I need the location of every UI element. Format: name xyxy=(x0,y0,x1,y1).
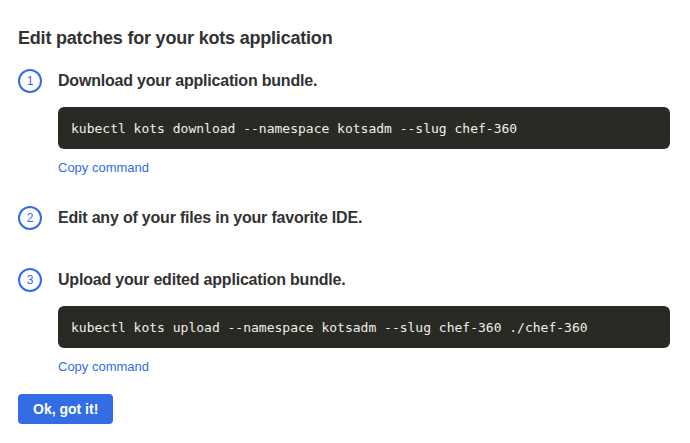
edit-patches-panel: Edit patches for your kots application 1… xyxy=(0,0,690,443)
step-upload: 3 Upload your edited application bundle.… xyxy=(18,268,670,375)
step-1-heading: Download your application bundle. xyxy=(58,70,670,92)
step-3-content: kubectl kots upload --namespace kotsadm … xyxy=(58,292,670,375)
page-title: Edit patches for your kots application xyxy=(18,27,670,49)
step-3-number-badge: 3 xyxy=(18,268,42,292)
step-2-heading: Edit any of your files in your favorite … xyxy=(58,207,670,229)
step-1-number-badge: 1 xyxy=(18,69,42,93)
copy-upload-command-link[interactable]: Copy command xyxy=(58,359,149,374)
step-3-number: 3 xyxy=(27,273,34,287)
step-2-number-badge: 2 xyxy=(18,206,42,230)
step-2-number: 2 xyxy=(27,211,34,225)
step-download: 1 Download your application bundle. kube… xyxy=(18,69,670,176)
copy-download-command-link[interactable]: Copy command xyxy=(58,160,149,175)
step-3-heading: Upload your edited application bundle. xyxy=(58,269,670,291)
upload-command-codeblock: kubectl kots upload --namespace kotsadm … xyxy=(58,306,670,348)
upload-command-text: kubectl kots upload --namespace kotsadm … xyxy=(71,320,588,335)
step-edit: 2 Edit any of your files in your favorit… xyxy=(18,206,670,230)
download-command-text: kubectl kots download --namespace kotsad… xyxy=(71,121,517,136)
step-1-number: 1 xyxy=(27,74,34,88)
ok-got-it-button[interactable]: Ok, got it! xyxy=(18,394,113,424)
step-1-content: kubectl kots download --namespace kotsad… xyxy=(58,93,670,176)
download-command-codeblock: kubectl kots download --namespace kotsad… xyxy=(58,107,670,149)
